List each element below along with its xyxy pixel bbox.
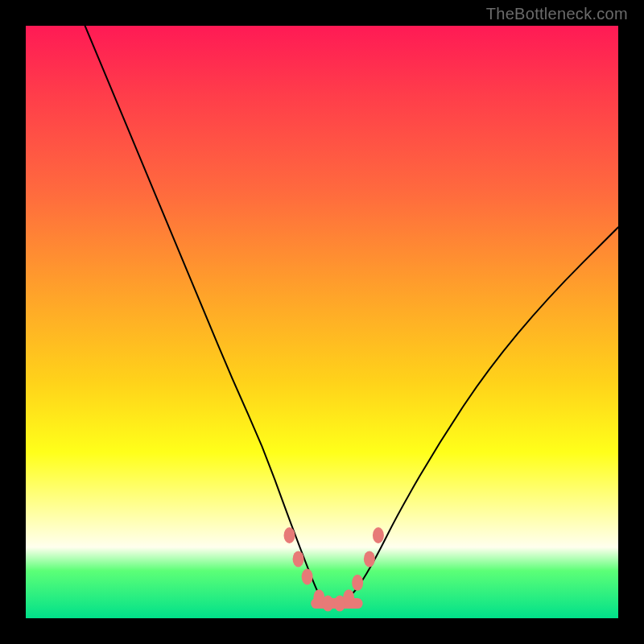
chart-plot-area [26, 26, 618, 618]
curve-marker [302, 568, 313, 584]
chart-frame: TheBottleneck.com [0, 0, 644, 644]
curve-marker [343, 589, 354, 605]
curve-marker [364, 551, 375, 567]
curve-marker [322, 596, 333, 612]
curve-marker [352, 575, 363, 591]
curve-marker [293, 551, 304, 567]
watermark-text: TheBottleneck.com [486, 5, 628, 23]
curve-marker [284, 527, 295, 543]
bottleneck-curve [26, 26, 618, 618]
curve-path [85, 26, 618, 606]
curve-marker [373, 527, 384, 543]
